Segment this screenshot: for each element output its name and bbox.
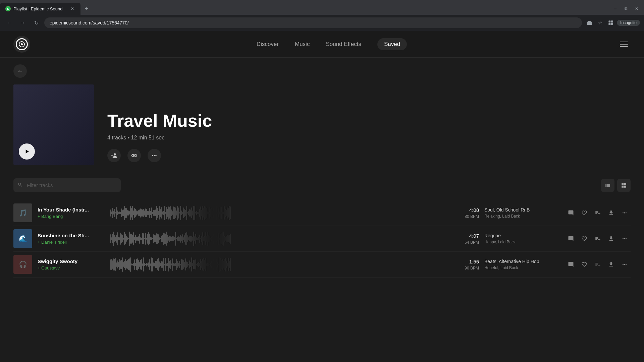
waveform-bar xyxy=(226,236,226,242)
waveform-bar xyxy=(115,258,116,271)
view-toggle-buttons xyxy=(601,179,631,192)
genre-name: Beats, Alternative Hip Hop xyxy=(484,259,558,264)
waveform-bar xyxy=(203,206,203,220)
waveform-bar xyxy=(227,263,227,266)
track-duration: 4:08 80 BPM xyxy=(452,207,479,219)
active-tab[interactable]: E Playlist | Epidemic Sound ✕ xyxy=(0,3,80,15)
new-tab-button[interactable]: + xyxy=(82,4,91,13)
nav-music[interactable]: Music xyxy=(295,38,310,50)
playlist-play-button[interactable] xyxy=(19,143,35,160)
waveform-bar xyxy=(118,237,119,240)
waveform-bar xyxy=(126,208,127,218)
add-to-playlist-button[interactable] xyxy=(592,258,604,270)
waveform-bar xyxy=(201,238,201,239)
waveform-bar xyxy=(210,236,210,242)
track-artist[interactable]: + Guustavv xyxy=(38,265,105,270)
nav-sound-effects[interactable]: Sound Effects xyxy=(326,38,361,50)
waveform-bar xyxy=(172,211,173,215)
waveform-bar xyxy=(148,211,149,215)
waveform-bar xyxy=(181,210,182,215)
waveform-bar xyxy=(150,263,151,266)
track-waveform[interactable] xyxy=(110,231,447,247)
window-controls: ─ ⧉ ✕ xyxy=(610,4,644,13)
track-waveform[interactable] xyxy=(110,256,447,273)
waveform-bar xyxy=(200,263,200,266)
refresh-button[interactable]: ↻ xyxy=(31,17,42,28)
url-bar[interactable]: epidemicsound.com/saved/17564770/ xyxy=(44,17,582,28)
waveform-bar xyxy=(140,208,141,218)
comment-button[interactable] xyxy=(565,258,577,270)
tab-close-button[interactable]: ✕ xyxy=(70,6,75,11)
waveform-bar xyxy=(225,209,225,217)
waveform-bar xyxy=(205,260,205,269)
track-waveform[interactable] xyxy=(110,205,447,221)
waveform-bar xyxy=(173,263,174,266)
waveform-bar xyxy=(121,208,122,217)
waveform-bar xyxy=(128,238,129,239)
grid-view-button[interactable] xyxy=(617,179,631,192)
waveform-bar xyxy=(142,233,143,244)
profile-manager-icon[interactable] xyxy=(606,18,615,27)
waveform-bar xyxy=(223,232,223,246)
track-row[interactable]: 🌊 Sunshine on the Str... + Daniel Fridel… xyxy=(13,226,631,252)
waveform-bar xyxy=(130,206,131,220)
waveform-bar xyxy=(191,262,191,267)
waveform-bar xyxy=(121,260,122,269)
logo[interactable] xyxy=(13,36,30,53)
waveform-bar xyxy=(119,259,120,270)
waveform-bar xyxy=(198,263,198,266)
download-button[interactable] xyxy=(605,207,617,219)
waveform-bar xyxy=(156,261,157,268)
artist-plus-icon: + xyxy=(38,240,40,245)
waveform-bar xyxy=(223,212,223,214)
comment-button[interactable] xyxy=(565,207,577,219)
add-to-playlist-button[interactable] xyxy=(592,207,604,219)
track-more-options-button[interactable] xyxy=(619,258,631,270)
download-button[interactable] xyxy=(605,258,617,270)
like-button[interactable] xyxy=(578,207,590,219)
tab-bar: E Playlist | Epidemic Sound ✕ + ─ ⧉ ✕ xyxy=(0,0,644,15)
copy-link-button[interactable] xyxy=(127,149,141,162)
menu-hamburger-button[interactable] xyxy=(620,39,631,50)
list-view-button[interactable] xyxy=(601,179,614,192)
close-window-button[interactable]: ✕ xyxy=(632,4,641,13)
add-to-playlist-button[interactable] xyxy=(592,233,604,245)
waveform-bar xyxy=(226,261,226,268)
like-button[interactable] xyxy=(578,233,590,245)
track-artist[interactable]: + Bang Bang xyxy=(38,214,105,219)
comment-button[interactable] xyxy=(565,233,577,245)
track-more-options-button[interactable] xyxy=(619,233,631,245)
track-genre: Reggae Happy, Laid Back xyxy=(484,233,558,244)
track-artist[interactable]: + Daniel Fridell xyxy=(38,240,105,245)
waveform-bar xyxy=(134,237,135,240)
add-collaborator-button[interactable] xyxy=(107,149,121,162)
restore-button[interactable]: ⧉ xyxy=(621,4,631,13)
waveform-bar xyxy=(204,258,204,271)
playlist-actions xyxy=(107,149,631,162)
forward-nav-button[interactable]: → xyxy=(17,17,28,28)
back-button[interactable]: ← xyxy=(13,64,27,78)
track-more-options-button[interactable] xyxy=(619,207,631,219)
more-options-button[interactable] xyxy=(148,149,161,162)
waveform-bar xyxy=(187,235,188,242)
waveform-bar xyxy=(115,212,116,214)
like-button[interactable] xyxy=(578,258,590,270)
nav-saved[interactable]: Saved xyxy=(377,38,407,50)
svg-text:E: E xyxy=(7,7,9,10)
waveform-bar xyxy=(169,261,170,268)
minimize-button[interactable]: ─ xyxy=(610,4,620,13)
back-nav-button[interactable]: ← xyxy=(4,17,15,28)
track-row[interactable]: 🎧 Swiggity Swooty + Guustavv 1:55 90 BPM… xyxy=(13,252,631,278)
download-button[interactable] xyxy=(605,233,617,245)
waveform-bar xyxy=(228,258,228,271)
duration-time: 4:08 xyxy=(452,207,479,213)
filter-tracks-input[interactable] xyxy=(13,178,121,192)
nav-discover[interactable]: Discover xyxy=(257,38,279,50)
camera-icon[interactable] xyxy=(585,18,594,27)
genre-moods: Hopeful, Laid Back xyxy=(484,265,558,270)
waveform-bar xyxy=(164,233,165,244)
track-row[interactable]: 🎵 In Your Shade (Instr... + Bang Bang 4:… xyxy=(13,200,631,226)
duration-bpm: 90 BPM xyxy=(452,266,479,270)
waveform-bar xyxy=(128,210,129,216)
bookmark-icon[interactable]: ☆ xyxy=(595,18,605,27)
